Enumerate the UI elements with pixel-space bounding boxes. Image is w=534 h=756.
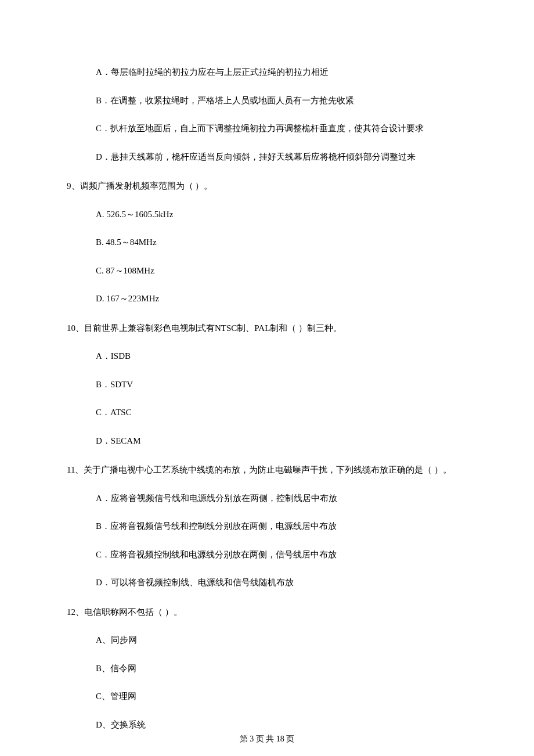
question-10: 10、目前世界上兼容制彩色电视制式有NTSC制、PAL制和（ ）制三种。 A．I… bbox=[67, 320, 467, 449]
orphan-option-list: A．每层临时拉绳的初拉力应在与上层正式拉绳的初拉力相近 B．在调整，收紧拉绳时，… bbox=[67, 64, 467, 165]
question-9: 9、调频广播发射机频率范围为（ ）。 A. 526.5～1605.5kHz B.… bbox=[67, 178, 467, 307]
question-stem: 11、关于广播电视中心工艺系统中线缆的布放，为防止电磁噪声干扰，下列线缆布放正确… bbox=[67, 462, 467, 478]
option-b: B. 48.5～84MHz bbox=[96, 234, 467, 251]
document-page: A．每层临时拉绳的初拉力应在与上层正式拉绳的初拉力相近 B．在调整，收紧拉绳时，… bbox=[0, 0, 534, 756]
option-b: B．应将音视频信号线和控制线分别放在两侧，电源线居中布放 bbox=[96, 518, 467, 535]
option-d: D、交换系统 bbox=[96, 717, 467, 733]
option-a: A．每层临时拉绳的初拉力应在与上层正式拉绳的初拉力相近 bbox=[96, 64, 467, 81]
option-c: C、管理网 bbox=[96, 688, 467, 705]
option-d: D．可以将音视频控制线、电源线和信号线随机布放 bbox=[96, 574, 467, 591]
page-footer: 第 3 页 共 18 页 bbox=[0, 734, 534, 744]
question-stem: 12、电信职称网不包括（ ）。 bbox=[67, 604, 467, 621]
question-stem: 9、调频广播发射机频率范围为（ ）。 bbox=[67, 178, 467, 195]
option-c: C．应将音视频控制线和电源线分别放在两侧，信号线居中布放 bbox=[96, 546, 467, 563]
question-12: 12、电信职称网不包括（ ）。 A、同步网 B、信令网 C、管理网 D、交换系统 bbox=[67, 604, 467, 733]
option-a: A．ISDB bbox=[96, 348, 467, 365]
option-d: D．悬挂天线幕前，桅杆应适当反向倾斜，挂好天线幕后应将桅杆倾斜部分调整过来 bbox=[96, 149, 467, 165]
option-b: B．在调整，收紧拉绳时，严格塔上人员或地面人员有一方抢先收紧 bbox=[96, 92, 467, 109]
option-c: C．扒杆放至地面后，自上而下调整拉绳初拉力再调整桅杆垂直度，使其符合设计要求 bbox=[96, 120, 467, 137]
option-a: A. 526.5～1605.5kHz bbox=[96, 206, 467, 223]
question-11: 11、关于广播电视中心工艺系统中线缆的布放，为防止电磁噪声干扰，下列线缆布放正确… bbox=[67, 462, 467, 591]
option-b: B．SDTV bbox=[96, 376, 467, 393]
question-stem: 10、目前世界上兼容制彩色电视制式有NTSC制、PAL制和（ ）制三种。 bbox=[67, 320, 467, 337]
option-a: A．应将音视频信号线和电源线分别放在两侧，控制线居中布放 bbox=[96, 490, 467, 507]
option-a: A、同步网 bbox=[96, 632, 467, 649]
option-c: C. 87～108MHz bbox=[96, 262, 467, 279]
option-d: D. 167～223MHz bbox=[96, 290, 467, 307]
option-c: C．ATSC bbox=[96, 404, 467, 421]
option-b: B、信令网 bbox=[96, 660, 467, 677]
option-d: D．SECAM bbox=[96, 433, 467, 449]
